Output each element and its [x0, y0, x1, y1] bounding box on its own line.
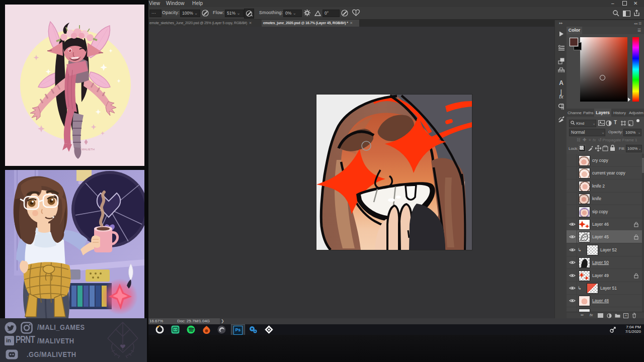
svg-text:MALIETH: MALIETH	[82, 148, 95, 151]
